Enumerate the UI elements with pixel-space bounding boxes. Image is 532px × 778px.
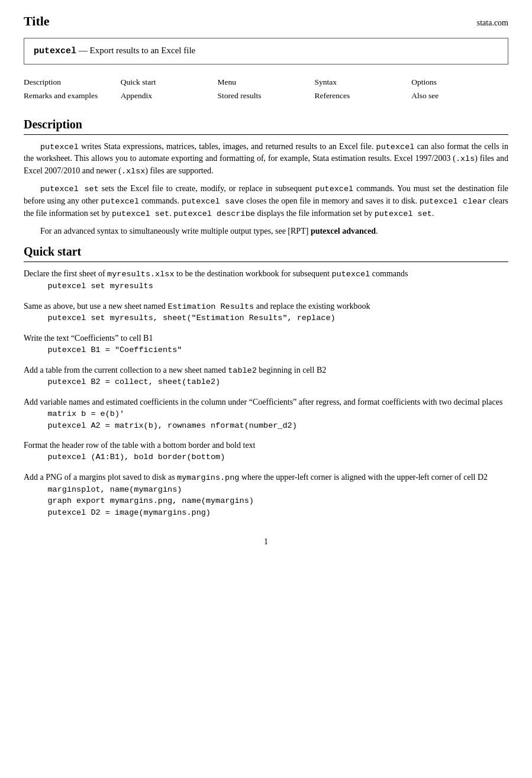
qs-item-7-code: marginsplot, name(mymargins) graph expor… [48, 484, 509, 519]
qs-item-5-code: matrix b = e(b)' putexcel A2 = matrix(b)… [48, 408, 509, 431]
quickstart-section: Quick start Declare the first sheet of m… [24, 243, 508, 518]
nav-description[interactable]: Description [24, 75, 121, 89]
title-rest: — Export results to an Excel file [76, 46, 195, 55]
qs-item-4: Add a table from the current collection … [24, 364, 508, 388]
nav-appendix[interactable]: Appendix [121, 89, 218, 103]
description-para-3: For an advanced syntax to simultaneously… [24, 225, 508, 237]
qs-item-7-desc: Add a PNG of a margins plot saved to dis… [24, 473, 488, 482]
nav-menu[interactable]: Menu [218, 75, 315, 89]
qs-item-7: Add a PNG of a margins plot saved to dis… [24, 472, 508, 518]
qs-item-2: Same as above, but use a new sheet named… [24, 301, 508, 324]
title-box: putexcel — Export results to an Excel fi… [24, 38, 508, 64]
qs-item-6-desc: Format the header row of the table with … [24, 441, 256, 450]
nav-alsosee[interactable]: Also see [411, 89, 508, 103]
qs-item-2-code: putexcel set myresults, sheet("Estimatio… [48, 312, 509, 324]
qs-item-1-desc: Declare the first sheet of myresults.xls… [24, 269, 408, 278]
nav-options[interactable]: Options [411, 75, 508, 89]
qs-item-6-code: putexcel (A1:B1), bold border(bottom) [48, 451, 509, 463]
description-heading: Description [24, 116, 508, 135]
description-para-2: putexcel set sets the Excel file to crea… [24, 183, 508, 219]
qs-item-5: Add variable names and estimated coeffic… [24, 396, 508, 431]
site-label: stata.com [477, 17, 508, 29]
page-title: Title [24, 12, 50, 31]
qs-item-4-desc: Add a table from the current collection … [24, 366, 326, 375]
qs-item-4-code: putexcel B2 = collect, sheet(table2) [48, 376, 509, 388]
nav-syntax[interactable]: Syntax [314, 75, 411, 89]
quickstart-heading: Quick start [24, 243, 508, 262]
qs-item-1-code: putexcel set myresults [48, 280, 509, 292]
qs-item-5-desc: Add variable names and estimated coeffic… [24, 398, 502, 406]
nav-table: Description Quick start Menu Syntax Opti… [24, 75, 508, 103]
description-section: Description putexcel writes Stata expres… [24, 116, 508, 238]
qs-item-3: Write the text “Coefficients” to cell B1… [24, 332, 508, 356]
qs-item-1: Declare the first sheet of myresults.xls… [24, 268, 508, 292]
page-header: Title stata.com [24, 12, 508, 31]
qs-item-2-desc: Same as above, but use a new sheet named… [24, 302, 370, 311]
nav-stored[interactable]: Stored results [218, 89, 315, 103]
nav-remarks[interactable]: Remarks and examples [24, 89, 121, 103]
qs-item-3-code: putexcel B1 = "Coefficients" [48, 344, 509, 356]
page-number: 1 [24, 536, 508, 548]
nav-quickstart[interactable]: Quick start [121, 75, 218, 89]
qs-item-6: Format the header row of the table with … [24, 440, 508, 463]
nav-references[interactable]: References [314, 89, 411, 103]
qs-item-3-desc: Write the text “Coefficients” to cell B1 [24, 334, 153, 343]
command-name: putexcel [34, 46, 76, 56]
description-para-1: putexcel writes Stata expressions, matri… [24, 141, 508, 177]
